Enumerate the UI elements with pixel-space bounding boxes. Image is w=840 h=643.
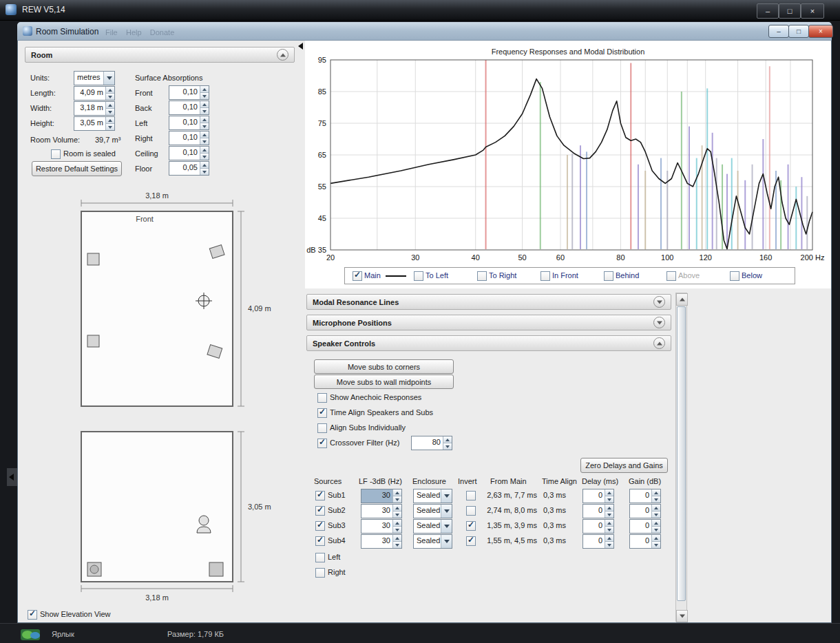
sub4-enable-checkbox[interactable] [315,536,325,546]
spinner-buttons[interactable] [200,162,209,175]
spinner-down-icon[interactable] [200,92,209,99]
room-panel-header[interactable]: Room [25,47,295,63]
legend-below-checkbox[interactable] [730,271,739,281]
outer-minimize-button[interactable]: – [757,3,779,19]
spinner-up-icon[interactable] [652,489,660,496]
spinner-buttons[interactable] [651,505,660,518]
scroll-up-button[interactable] [676,293,688,306]
spinner-down-icon[interactable] [443,443,452,450]
sub3-invert-checkbox[interactable] [466,521,476,531]
legend-behind-checkbox[interactable] [604,271,613,281]
spinner-up-icon[interactable] [652,520,660,526]
legend-toright-checkbox[interactable] [477,271,487,281]
sub2-delay-spinner[interactable]: 0 [582,504,614,518]
inner-close-button[interactable]: × [808,25,833,38]
spinner-down-icon[interactable] [605,511,613,518]
spinner-buttons[interactable] [605,489,613,503]
sub3-enclosure-select[interactable]: Sealed [413,519,452,534]
move-subs-corners-button[interactable]: Move subs to corners [314,359,454,374]
spinner-buttons[interactable] [392,535,401,548]
microphone-positions-panel-header[interactable]: Microphone Positions [306,315,671,330]
spinner-down-icon[interactable] [200,168,209,175]
spinner-up-icon[interactable] [393,535,401,541]
speaker-controls-panel-header[interactable]: Speaker Controls [306,335,671,351]
width-spinner[interactable]: 3,18 m [74,101,115,116]
sub3-gain-spinner[interactable]: 0 [629,519,661,534]
height-spinner[interactable]: 3,05 m [74,116,115,131]
spinner-buttons[interactable] [105,102,114,115]
sub2-gain-spinner[interactable]: 0 [629,504,661,518]
move-subs-midpoints-button[interactable]: Move subs to wall midpoints [314,375,454,389]
spinner-down-icon[interactable] [605,496,613,503]
spinner-down-icon[interactable] [106,108,114,115]
spinner-down-icon[interactable] [200,153,209,160]
spinner-down-icon[interactable] [652,511,660,518]
inner-minimize-button[interactable]: – [768,25,789,38]
absorb-left-spinner[interactable]: 0,10 [169,116,209,130]
dropdown-arrow-icon[interactable] [441,535,452,548]
right-speaker-checkbox[interactable] [315,568,325,578]
sub4-invert-checkbox[interactable] [466,536,476,546]
splitter-collapse-arrow[interactable] [298,43,303,50]
spinner-buttons[interactable] [200,116,209,129]
spinner-up-icon[interactable] [393,520,401,526]
legend-main-checkbox[interactable] [353,271,362,281]
spinner-buttons[interactable] [605,535,613,548]
spinner-down-icon[interactable] [652,526,660,533]
dropdown-arrow-icon[interactable] [103,72,114,85]
dropdown-arrow-icon[interactable] [441,520,452,533]
absorb-floor-spinner[interactable]: 0,05 [169,161,209,176]
spinner-up-icon[interactable] [652,505,660,511]
anechoic-checkbox[interactable] [317,393,327,403]
spinner-up-icon[interactable] [605,520,613,526]
spinner-down-icon[interactable] [393,511,401,518]
sub3-lf-spinner[interactable]: 30 [361,519,402,534]
spinner-buttons[interactable] [200,86,209,99]
absorb-right-spinner[interactable]: 0,10 [169,131,209,145]
spinner-down-icon[interactable] [605,541,613,548]
spinner-buttons[interactable] [392,489,401,503]
spinner-buttons[interactable] [605,505,613,518]
absorb-front-spinner[interactable]: 0,10 [169,85,209,100]
spinner-up-icon[interactable] [106,117,114,123]
spinner-down-icon[interactable] [106,123,114,130]
spinner-up-icon[interactable] [106,102,114,108]
sub4-enclosure-select[interactable]: Sealed [413,534,452,549]
zero-delays-gains-button[interactable]: Zero Delays and Gains [580,458,668,473]
spinner-up-icon[interactable] [200,162,209,168]
sub2-enable-checkbox[interactable] [315,506,325,516]
crossover-checkbox[interactable] [317,439,327,448]
spinner-buttons[interactable] [200,101,209,114]
length-spinner[interactable]: 4,09 m [74,86,115,101]
spinner-buttons[interactable] [651,535,660,548]
spinner-up-icon[interactable] [605,489,613,496]
spinner-buttons[interactable] [651,520,660,533]
spinner-down-icon[interactable] [605,526,613,533]
sub1-enable-checkbox[interactable] [315,491,325,500]
spinner-buttons[interactable] [651,489,660,503]
absorb-back-spinner[interactable]: 0,10 [169,101,209,115]
legend-toleft-checkbox[interactable] [414,271,423,281]
scroll-down-button[interactable] [676,610,688,622]
spinner-up-icon[interactable] [200,116,209,123]
sub1-invert-checkbox[interactable] [466,491,476,500]
sub3-enable-checkbox[interactable] [315,521,325,531]
room-sealed-checkbox[interactable] [51,149,61,159]
left-speaker-checkbox[interactable] [315,553,325,562]
dropdown-arrow-icon[interactable] [441,489,452,503]
sub4-delay-spinner[interactable]: 0 [582,534,614,549]
crossover-spinner[interactable]: 80 [411,436,452,450]
spinner-up-icon[interactable] [443,436,452,443]
sub1-gain-spinner[interactable]: 0 [629,489,661,503]
spinner-up-icon[interactable] [393,505,401,511]
spinner-up-icon[interactable] [200,131,209,138]
scrollbar-thumb[interactable] [677,306,686,601]
spinner-down-icon[interactable] [393,541,401,548]
spinner-up-icon[interactable] [605,505,613,511]
spinner-up-icon[interactable] [200,101,209,107]
spinner-buttons[interactable] [105,87,114,100]
sub4-gain-spinner[interactable]: 0 [629,534,661,549]
units-select[interactable]: metres [74,71,115,85]
spinner-down-icon[interactable] [393,496,401,503]
spinner-down-icon[interactable] [652,541,660,548]
